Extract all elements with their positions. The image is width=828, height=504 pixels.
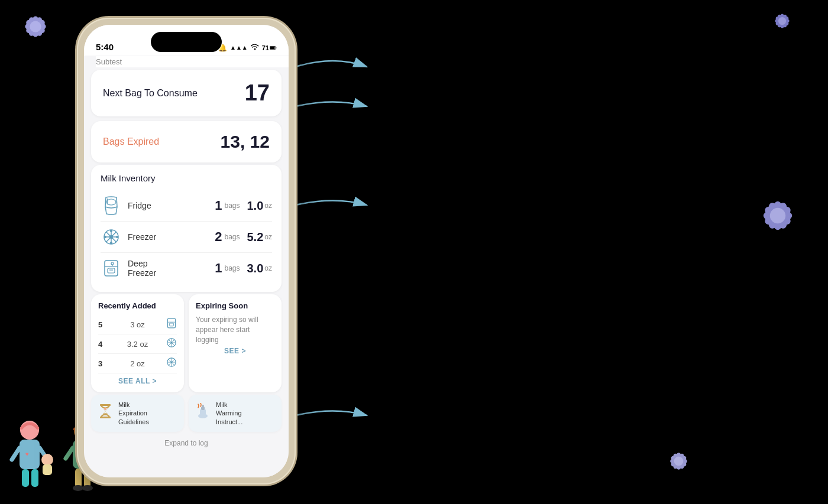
flower-bottom-right	[659, 442, 698, 480]
milk-warming-text: Milk Warming Instruct...	[216, 401, 242, 426]
recent-oz-2: 3.2 oz	[109, 340, 166, 349]
freezer-icon	[101, 226, 122, 248]
svg-point-79	[171, 342, 173, 344]
fridge-name: Fridge	[128, 201, 215, 210]
expiring-soon-title: Expiring Soon	[196, 301, 274, 310]
subtest-label: Subtest	[96, 56, 289, 67]
expiring-soon-card[interactable]: Expiring Soon Your expiring so will appe…	[189, 294, 282, 392]
bags-expired-card[interactable]: Bags Expired 13, 12	[91, 121, 282, 162]
svg-point-51	[82, 485, 93, 491]
screen-content[interactable]: Next Bag To Consume 17 Bags Expired 13, …	[84, 65, 289, 477]
deep-freezer-name: Deep Freezer	[128, 259, 215, 278]
expand-bar[interactable]: Expand to log	[84, 434, 289, 452]
hourglass-icon	[97, 403, 114, 423]
deep-freezer-bags-label: bags	[224, 264, 240, 272]
fridge-oz-label: oz	[264, 201, 272, 210]
inventory-deep-freezer-row[interactable]: Deep Freezer 1 bags 3.0 oz	[101, 253, 272, 284]
svg-point-38	[41, 454, 53, 466]
freezer-oz-label: oz	[264, 233, 272, 241]
bottom-icon-section: Milk Expiration Guidelines	[91, 395, 282, 432]
fridge-count: 1	[215, 198, 222, 213]
svg-point-63	[104, 236, 106, 238]
expiring-see-all[interactable]: SEE >	[196, 344, 274, 355]
recent-icon-3	[166, 357, 177, 370]
flower-top-right-small	[766, 5, 798, 37]
svg-rect-69	[108, 268, 115, 273]
milk-warming-card[interactable]: Milk Warming Instruct...	[189, 395, 282, 432]
phone-frame: 5:40 🔔 ▲▲▲ 71 Subtest Next Bag To Consum	[77, 18, 296, 485]
recent-item-1[interactable]: 5 3 oz	[98, 315, 177, 334]
freezer-bags-label: bags	[224, 233, 240, 241]
milk-inventory-card[interactable]: Milk Inventory Fridge 1 bags 1.0	[91, 165, 282, 292]
phone-screen: 5:40 🔔 ▲▲▲ 71 Subtest Next Bag To Consum	[84, 25, 289, 477]
deep-freezer-count: 1	[215, 261, 222, 276]
next-bag-card[interactable]: Next Bag To Consume 17	[91, 70, 282, 116]
status-time: 5:40	[96, 42, 114, 52]
freezer-name: Freezer	[128, 232, 215, 242]
signal-icon: ▲▲▲	[230, 44, 248, 51]
recent-oz-3: 2 oz	[109, 359, 166, 368]
flower-top-left	[12, 3, 59, 50]
fridge-icon	[101, 195, 122, 216]
svg-point-91	[104, 408, 106, 410]
bags-expired-label: Bags Expired	[103, 136, 159, 147]
arrow-1	[296, 52, 373, 82]
recently-added-see-all[interactable]: SEE ALL >	[98, 373, 177, 385]
fridge-oz: 1.0	[247, 199, 264, 213]
milk-expiration-card[interactable]: Milk Expiration Guidelines	[91, 395, 184, 432]
inventory-fridge-row[interactable]: Fridge 1 bags 1.0 oz	[101, 190, 272, 222]
bags-expired-value: 13, 12	[221, 132, 270, 152]
svg-text:♥: ♥	[25, 451, 29, 457]
svg-rect-39	[43, 464, 52, 475]
milk-inventory-title: Milk Inventory	[101, 173, 272, 183]
next-bag-value: 17	[245, 80, 270, 106]
arrow-3	[296, 190, 373, 220]
recent-num-2: 4	[98, 340, 109, 349]
svg-point-6	[30, 21, 41, 32]
recently-added-card[interactable]: Recently Added 5 3 oz 4 3.2 oz	[91, 294, 184, 392]
flower-mid-right	[745, 183, 810, 248]
recent-item-3[interactable]: 3 2 oz	[98, 354, 177, 373]
inventory-freezer-row[interactable]: Freezer 2 bags 5.2 oz	[101, 222, 272, 253]
svg-point-62	[110, 242, 112, 244]
svg-point-13	[778, 17, 786, 25]
deep-freezer-oz: 3.0	[247, 262, 264, 275]
recent-oz-1: 3 oz	[109, 320, 166, 329]
svg-point-90	[103, 413, 108, 415]
deep-freezer-icon	[101, 258, 122, 279]
next-bag-label: Next Bag To Consume	[103, 88, 198, 99]
arrow-2	[296, 92, 373, 121]
recently-added-title: Recently Added	[98, 301, 177, 310]
recent-icon-1	[166, 318, 177, 331]
svg-rect-33	[20, 440, 40, 469]
svg-point-67	[111, 262, 114, 265]
battery-icon: 71	[262, 44, 277, 51]
svg-line-46	[66, 448, 73, 459]
svg-rect-37	[31, 469, 38, 487]
freezer-oz: 5.2	[247, 230, 264, 244]
deep-freezer-oz-label: oz	[264, 264, 272, 272]
recent-num-3: 3	[98, 359, 109, 368]
fridge-bags-label: bags	[224, 201, 240, 210]
svg-point-85	[171, 362, 173, 363]
svg-point-61	[110, 230, 112, 232]
freezer-count: 2	[215, 229, 222, 245]
arrow-4	[296, 401, 373, 430]
wifi-icon	[251, 43, 259, 52]
svg-rect-95	[202, 405, 204, 407]
svg-rect-36	[22, 469, 29, 487]
svg-point-20	[770, 208, 785, 223]
recent-num-1: 5	[98, 320, 109, 329]
milk-expiration-text: Milk Expiration Guidelines	[118, 401, 149, 426]
svg-point-60	[109, 235, 113, 239]
dynamic-island	[151, 32, 222, 52]
expiring-soon-text: Your expiring so will appear here start …	[196, 315, 274, 344]
recent-item-2[interactable]: 4 3.2 oz	[98, 334, 177, 354]
bottle-icon	[195, 403, 211, 423]
svg-point-50	[73, 485, 83, 491]
svg-rect-93	[200, 409, 206, 417]
svg-rect-53	[270, 47, 275, 49]
recent-icon-2	[166, 337, 177, 350]
status-icons: 🔔 ▲▲▲ 71	[218, 43, 277, 52]
svg-point-64	[116, 236, 118, 238]
